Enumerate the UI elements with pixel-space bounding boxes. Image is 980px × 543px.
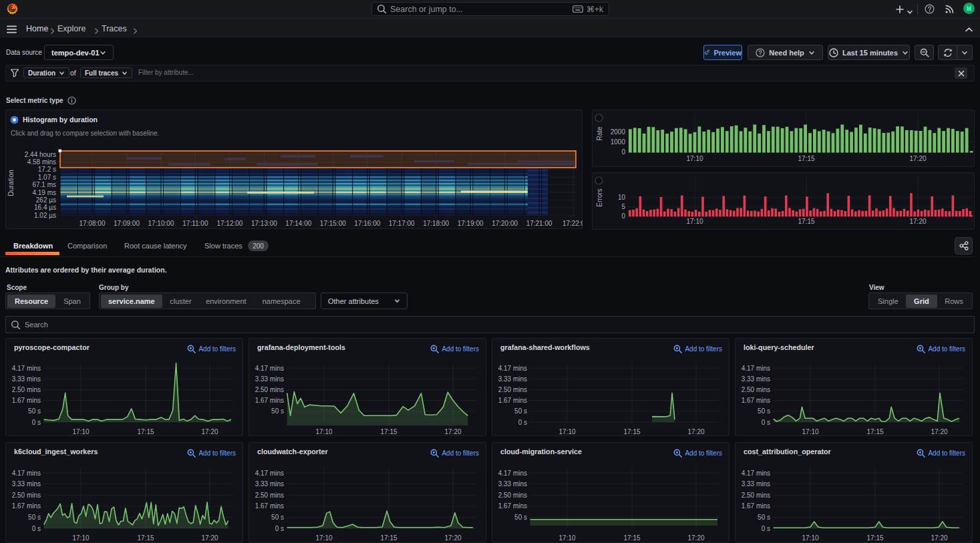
svg-text:2.50 mins: 2.50 mins bbox=[742, 492, 770, 499]
svg-text:17:18:00: 17:18:00 bbox=[423, 220, 449, 227]
svg-text:4.17 mins: 4.17 mins bbox=[498, 365, 527, 372]
svg-text:17.2 s: 17.2 s bbox=[38, 166, 56, 173]
svg-text:2.44 hours: 2.44 hours bbox=[25, 151, 56, 158]
svg-text:0 s: 0 s bbox=[762, 525, 770, 532]
svg-text:17:10: 17:10 bbox=[72, 428, 89, 435]
svg-text:4.17 mins: 4.17 mins bbox=[742, 470, 770, 477]
svg-text:3.33 mins: 3.33 mins bbox=[742, 480, 770, 488]
svg-text:3.33 mins: 3.33 mins bbox=[255, 480, 284, 488]
svg-text:17:15: 17:15 bbox=[798, 218, 814, 225]
svg-text:17:20: 17:20 bbox=[931, 534, 947, 542]
svg-text:17:20: 17:20 bbox=[201, 428, 218, 435]
svg-text:4.19 ms: 4.19 ms bbox=[32, 189, 56, 196]
svg-text:17:15: 17:15 bbox=[380, 534, 397, 542]
svg-text:262 µs: 262 µs bbox=[36, 196, 56, 204]
svg-text:17:10: 17:10 bbox=[315, 534, 332, 542]
svg-text:0 s: 0 s bbox=[275, 525, 284, 532]
svg-text:17:19:00: 17:19:00 bbox=[458, 220, 484, 227]
svg-text:17:20: 17:20 bbox=[444, 428, 461, 435]
svg-text:17:10: 17:10 bbox=[558, 428, 575, 435]
svg-text:4.17 mins: 4.17 mins bbox=[12, 470, 41, 477]
svg-text:0 s: 0 s bbox=[518, 419, 527, 426]
svg-text:1.67 mins: 1.67 mins bbox=[498, 502, 527, 510]
svg-text:17:10: 17:10 bbox=[686, 155, 703, 162]
svg-text:17:15: 17:15 bbox=[623, 534, 640, 542]
svg-text:17:12:00: 17:12:00 bbox=[216, 220, 242, 227]
svg-text:50 s: 50 s bbox=[271, 514, 284, 521]
svg-text:1.02 µs: 1.02 µs bbox=[34, 212, 56, 219]
svg-text:50 s: 50 s bbox=[758, 407, 770, 415]
svg-text:50 s: 50 s bbox=[271, 407, 284, 415]
svg-text:17:13:00: 17:13:00 bbox=[251, 220, 277, 227]
svg-text:50 s: 50 s bbox=[758, 514, 770, 521]
svg-text:17:08:00: 17:08:00 bbox=[79, 220, 106, 227]
svg-text:2.50 mins: 2.50 mins bbox=[12, 386, 41, 393]
svg-text:1.67 mins: 1.67 mins bbox=[12, 502, 41, 510]
svg-text:50 s: 50 s bbox=[28, 514, 41, 521]
svg-text:17:10: 17:10 bbox=[558, 534, 575, 542]
svg-text:10: 10 bbox=[618, 194, 626, 201]
svg-text:1.67 mins: 1.67 mins bbox=[742, 502, 770, 510]
svg-text:Duration: Duration bbox=[7, 170, 15, 196]
svg-text:17:15: 17:15 bbox=[866, 428, 883, 435]
svg-text:17:15: 17:15 bbox=[380, 428, 397, 435]
svg-text:17:20: 17:20 bbox=[201, 534, 218, 542]
svg-text:2.50 mins: 2.50 mins bbox=[742, 386, 770, 393]
svg-text:1000: 1000 bbox=[611, 138, 626, 146]
svg-text:17:20: 17:20 bbox=[909, 155, 926, 162]
svg-text:2.50 mins: 2.50 mins bbox=[255, 386, 284, 393]
svg-text:17:20: 17:20 bbox=[687, 534, 704, 542]
svg-text:Rate: Rate bbox=[596, 126, 603, 141]
svg-text:1.67 mins: 1.67 mins bbox=[255, 502, 284, 510]
svg-text:1.67 mins: 1.67 mins bbox=[498, 397, 527, 404]
svg-text:17:15:00: 17:15:00 bbox=[320, 220, 346, 227]
svg-text:0 s: 0 s bbox=[762, 419, 770, 426]
svg-text:3.33 mins: 3.33 mins bbox=[12, 375, 41, 383]
svg-text:Errors: Errors bbox=[596, 188, 603, 206]
svg-text:0: 0 bbox=[621, 212, 625, 220]
svg-text:2.50 mins: 2.50 mins bbox=[498, 492, 527, 499]
svg-text:50 s: 50 s bbox=[28, 407, 41, 415]
svg-text:67.1 ms: 67.1 ms bbox=[32, 181, 56, 188]
svg-text:0 s: 0 s bbox=[32, 525, 41, 532]
svg-text:2.50 mins: 2.50 mins bbox=[255, 492, 284, 499]
svg-text:1.67 mins: 1.67 mins bbox=[12, 397, 41, 404]
svg-text:1.67 mins: 1.67 mins bbox=[255, 397, 284, 404]
svg-text:17:11:00: 17:11:00 bbox=[182, 220, 208, 227]
svg-text:2.50 mins: 2.50 mins bbox=[498, 386, 527, 393]
svg-text:17:15: 17:15 bbox=[623, 428, 640, 435]
svg-text:17:09:00: 17:09:00 bbox=[114, 220, 140, 227]
svg-text:4.17 mins: 4.17 mins bbox=[742, 365, 770, 372]
svg-text:17:10: 17:10 bbox=[315, 428, 332, 435]
svg-text:3.33 mins: 3.33 mins bbox=[498, 375, 527, 383]
svg-text:17:17:00: 17:17:00 bbox=[389, 220, 415, 227]
svg-text:1.67 mins: 1.67 mins bbox=[742, 397, 770, 404]
svg-text:3.33 mins: 3.33 mins bbox=[255, 375, 284, 383]
svg-text:16.4 µs: 16.4 µs bbox=[34, 204, 56, 211]
svg-text:4.17 mins: 4.17 mins bbox=[255, 470, 284, 477]
svg-text:17:10: 17:10 bbox=[686, 218, 703, 225]
svg-text:17:15: 17:15 bbox=[798, 155, 814, 162]
svg-text:5: 5 bbox=[621, 203, 625, 210]
svg-text:17:10: 17:10 bbox=[802, 534, 818, 542]
svg-text:4.17 mins: 4.17 mins bbox=[498, 470, 527, 477]
svg-text:17:10: 17:10 bbox=[72, 534, 89, 542]
svg-text:1.07 s: 1.07 s bbox=[38, 174, 56, 181]
svg-text:17:10:00: 17:10:00 bbox=[148, 220, 174, 227]
svg-text:17:20: 17:20 bbox=[444, 534, 461, 542]
svg-text:17:15: 17:15 bbox=[137, 428, 154, 435]
svg-text:17:16:00: 17:16:00 bbox=[354, 220, 380, 227]
svg-text:50 s: 50 s bbox=[514, 514, 527, 521]
svg-text:0: 0 bbox=[621, 148, 625, 156]
svg-text:2000: 2000 bbox=[611, 128, 626, 136]
svg-text:3.33 mins: 3.33 mins bbox=[742, 375, 770, 383]
svg-text:0 s: 0 s bbox=[32, 419, 41, 426]
svg-text:17:22:0: 17:22:0 bbox=[562, 220, 583, 227]
svg-text:4.58 mins: 4.58 mins bbox=[27, 158, 56, 166]
svg-text:17:20: 17:20 bbox=[931, 428, 947, 435]
svg-text:50 s: 50 s bbox=[514, 407, 527, 415]
svg-text:17:20:00: 17:20:00 bbox=[492, 220, 518, 227]
svg-text:4.17 mins: 4.17 mins bbox=[12, 365, 41, 372]
svg-text:3.33 mins: 3.33 mins bbox=[12, 480, 41, 488]
svg-text:17:20: 17:20 bbox=[687, 428, 704, 435]
